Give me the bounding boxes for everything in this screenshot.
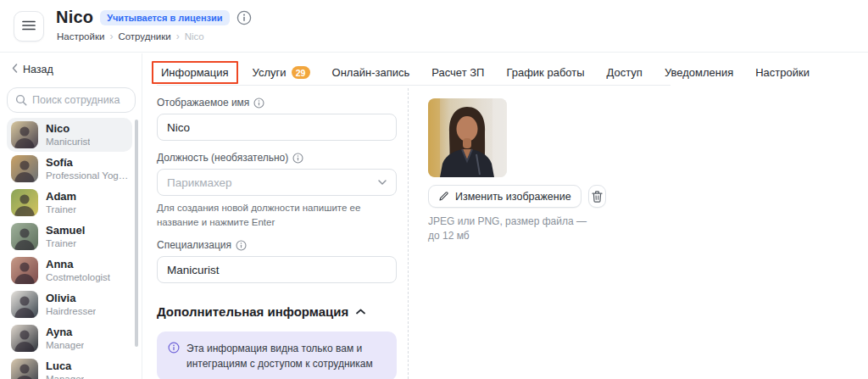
employee-tabs: Информация Услуги29 Онлайн-запись Расчет… bbox=[157, 66, 670, 86]
chevron-left-icon bbox=[12, 64, 18, 75]
employee-form: Отображаемое имя Должность (необязательн… bbox=[157, 97, 397, 379]
employee-role: Trainer bbox=[46, 237, 85, 249]
tab-label: Настройки bbox=[755, 66, 810, 79]
vertical-dashed-divider bbox=[408, 88, 409, 379]
employee-photo bbox=[428, 98, 507, 177]
chevron-right-icon: › bbox=[109, 31, 113, 42]
hamburger-menu-button[interactable] bbox=[14, 11, 44, 42]
employee-name: Sofía bbox=[46, 156, 131, 170]
employee-name: Samuel bbox=[46, 224, 85, 237]
breadcrumb: Настройки › Сотрудники › Nico bbox=[57, 31, 204, 42]
info-icon[interactable] bbox=[253, 98, 264, 109]
avatar bbox=[11, 155, 38, 182]
tab-work-schedule[interactable]: График работы bbox=[506, 66, 584, 79]
tab-settings[interactable]: Настройки bbox=[755, 66, 810, 79]
tab-access[interactable]: Доступ bbox=[607, 66, 643, 79]
avatar bbox=[11, 291, 38, 318]
tab-label: Информация bbox=[161, 66, 229, 79]
info-icon[interactable] bbox=[236, 10, 252, 25]
sidebar-scrollbar[interactable] bbox=[135, 120, 138, 347]
specialization-input[interactable] bbox=[157, 256, 397, 283]
visibility-info-banner: Эта информация видна только вам и интегр… bbox=[157, 332, 397, 379]
avatar bbox=[11, 121, 38, 148]
employee-role: Manager bbox=[46, 339, 84, 351]
services-count-badge: 29 bbox=[292, 66, 310, 79]
tab-label: Расчет ЗП bbox=[431, 66, 484, 79]
photo-panel: Изменить изображение JPEG или PNG, разме… bbox=[428, 98, 606, 243]
employee-role: Manager bbox=[46, 373, 84, 379]
employee-name: Nico bbox=[46, 122, 90, 136]
display-name-label: Отображаемое имя bbox=[157, 97, 397, 109]
hamburger-icon bbox=[22, 19, 36, 34]
tab-payroll[interactable]: Расчет ЗП bbox=[431, 66, 484, 79]
employee-role: Hairdresser bbox=[46, 305, 96, 317]
change-image-button[interactable]: Изменить изображение bbox=[428, 185, 581, 208]
list-item-samuel[interactable]: SamuelTrainer bbox=[7, 220, 132, 254]
breadcrumb-current: Nico bbox=[185, 31, 204, 42]
chevron-up-icon bbox=[356, 309, 365, 315]
avatar bbox=[11, 359, 38, 379]
position-select[interactable]: Парикмахер bbox=[157, 169, 397, 196]
specialization-label: Специализация bbox=[157, 239, 397, 251]
tab-label: Онлайн-запись bbox=[332, 66, 410, 79]
avatar bbox=[11, 223, 38, 250]
employee-name: Ayna bbox=[46, 326, 84, 339]
chevron-right-icon: › bbox=[176, 31, 180, 42]
list-item-ayna[interactable]: AynaManager bbox=[7, 321, 132, 355]
employee-role: Trainer bbox=[46, 203, 76, 215]
delete-image-button[interactable] bbox=[588, 185, 606, 208]
employee-role: Manicurist bbox=[46, 136, 90, 148]
list-item-olivia[interactable]: OliviaHairdresser bbox=[7, 287, 132, 321]
tab-label: Услуги bbox=[253, 66, 287, 79]
tab-services[interactable]: Услуги29 bbox=[253, 66, 310, 79]
label-text: Специализация bbox=[157, 239, 231, 251]
info-icon[interactable] bbox=[236, 240, 247, 251]
license-badge: Учитывается в лицензии bbox=[100, 10, 229, 25]
change-image-label: Изменить изображение bbox=[455, 191, 571, 203]
position-helper-text: Для создания новой должности напишите ее… bbox=[157, 201, 397, 229]
display-name-input[interactable] bbox=[157, 114, 397, 141]
search-icon bbox=[15, 94, 27, 106]
employee-search[interactable] bbox=[7, 87, 136, 113]
breadcrumb-settings[interactable]: Настройки bbox=[57, 31, 104, 42]
employee-name: Luca bbox=[46, 359, 84, 373]
search-input[interactable] bbox=[32, 94, 125, 106]
back-link[interactable]: Назад bbox=[12, 64, 53, 75]
back-label: Назад bbox=[23, 64, 53, 75]
position-label: Должность (необязательно) bbox=[157, 152, 397, 164]
employee-role: Costmetologist bbox=[46, 271, 110, 283]
list-item-sofia[interactable]: SofíaProfessional Yoga Teach... bbox=[7, 152, 132, 186]
photo-requirements-hint: JPEG или PNG, размер файла — до 12 мб bbox=[428, 215, 591, 243]
page-title: Nico bbox=[56, 8, 93, 27]
position-placeholder: Парикмахер bbox=[167, 176, 232, 189]
breadcrumb-employees[interactable]: Сотрудники bbox=[118, 31, 170, 42]
tab-information[interactable]: Информация bbox=[152, 61, 238, 84]
label-text: Отображаемое имя bbox=[157, 97, 249, 109]
tab-online-booking[interactable]: Онлайн-запись bbox=[332, 66, 410, 79]
info-icon[interactable] bbox=[292, 153, 303, 164]
info-icon bbox=[168, 342, 180, 354]
list-item-adam[interactable]: AdamTrainer bbox=[7, 186, 132, 220]
additional-info-section-toggle[interactable]: Дополнительная информация bbox=[157, 304, 397, 319]
banner-text: Эта информация видна только вам и интегр… bbox=[186, 341, 386, 371]
employee-name: Olivia bbox=[46, 292, 96, 305]
tab-label: Доступ bbox=[607, 66, 643, 79]
tab-label: График работы bbox=[506, 66, 584, 79]
avatar bbox=[11, 257, 38, 284]
list-item-anna[interactable]: AnnaCostmetologist bbox=[7, 254, 132, 287]
employee-name: Adam bbox=[46, 190, 76, 203]
tab-notifications[interactable]: Уведомления bbox=[665, 66, 733, 79]
section-title: Дополнительная информация bbox=[157, 304, 348, 319]
pencil-icon bbox=[438, 191, 449, 202]
employee-role: Professional Yoga Teach... bbox=[46, 170, 131, 181]
page-header: Nico Учитывается в лицензии Настройки › … bbox=[0, 0, 868, 53]
employee-name: Anna bbox=[46, 258, 110, 271]
tab-label: Уведомления bbox=[665, 66, 733, 79]
avatar bbox=[11, 325, 38, 352]
label-text: Должность (необязательно) bbox=[157, 152, 288, 164]
list-item-nico[interactable]: NicoManicurist bbox=[7, 118, 132, 152]
employee-sidebar: Назад NicoManicurist SofíaProfessional Y… bbox=[0, 53, 142, 379]
chevron-down-icon bbox=[378, 180, 387, 185]
list-item-luca[interactable]: LucaManager bbox=[7, 355, 132, 379]
trash-icon bbox=[592, 191, 603, 203]
